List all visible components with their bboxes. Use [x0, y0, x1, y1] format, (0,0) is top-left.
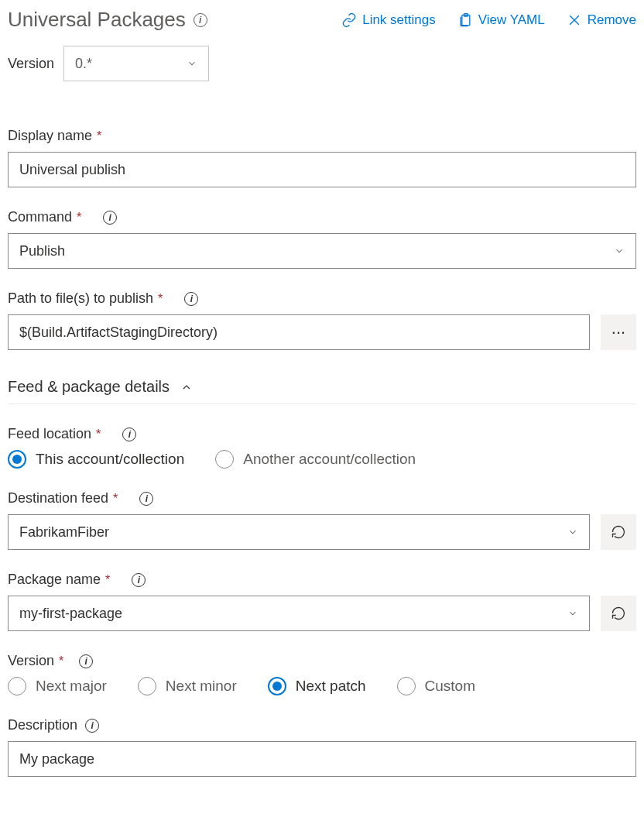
info-icon[interactable]: i [103, 211, 117, 225]
command-field: Command * i Publish [8, 209, 636, 269]
destination-feed-select[interactable]: FabrikamFiber [8, 514, 590, 550]
info-icon[interactable]: i [122, 428, 136, 441]
version-label: Version [8, 653, 54, 669]
required-indicator: * [158, 292, 163, 306]
command-select[interactable]: Publish [8, 233, 636, 269]
description-label: Description [8, 717, 77, 733]
feed-location-radio-another[interactable]: Another account/collection [215, 450, 416, 469]
remove-button[interactable]: Remove [567, 12, 636, 28]
version-label: Version [8, 56, 54, 72]
path-input[interactable] [8, 314, 590, 350]
required-indicator: * [113, 492, 118, 506]
ellipsis-icon: ··· [611, 322, 625, 342]
feed-location-field: Feed location * i This account/collectio… [8, 426, 636, 469]
task-header: Universal Packages i Link settings View … [8, 8, 636, 32]
refresh-button[interactable] [601, 514, 636, 550]
info-icon[interactable]: i [139, 492, 153, 506]
version-select[interactable]: 0.* [63, 46, 209, 81]
display-name-field: Display name * [8, 128, 636, 187]
radio-label: Another account/collection [243, 451, 416, 468]
radio-label: Next patch [296, 678, 366, 695]
chevron-down-icon [187, 58, 197, 69]
version-radio-minor[interactable]: Next minor [138, 677, 237, 695]
display-name-input[interactable] [8, 152, 636, 187]
view-yaml-button[interactable]: View YAML [457, 12, 545, 28]
description-input[interactable] [8, 741, 636, 777]
refresh-icon [611, 606, 626, 621]
info-icon[interactable]: i [85, 719, 99, 733]
close-icon [567, 12, 582, 28]
clipboard-icon [457, 12, 473, 28]
radio-label: Custom [425, 678, 475, 695]
browse-button[interactable]: ··· [601, 314, 636, 350]
version-row: Version 0.* [8, 46, 636, 81]
destination-feed-field: Destination feed * i FabrikamFiber [8, 490, 636, 550]
radio-icon [8, 450, 26, 469]
remove-label: Remove [587, 12, 636, 28]
required-indicator: * [105, 573, 110, 587]
info-icon[interactable]: i [132, 573, 146, 587]
info-icon[interactable]: i [184, 292, 198, 306]
link-settings-label: Link settings [362, 12, 436, 28]
radio-icon [138, 677, 156, 695]
required-indicator: * [96, 428, 101, 441]
destination-feed-label: Destination feed [8, 490, 108, 506]
required-indicator: * [59, 654, 63, 668]
radio-icon [397, 677, 416, 695]
path-label: Path to file(s) to publish [8, 290, 153, 307]
version-select-value: 0.* [75, 56, 92, 72]
required-indicator: * [77, 211, 81, 225]
package-name-select[interactable]: my-first-package [8, 596, 590, 631]
display-name-label: Display name [8, 128, 92, 144]
chevron-down-icon [567, 527, 578, 537]
section-title: Feed & package details [8, 378, 170, 396]
radio-icon [215, 450, 234, 469]
radio-icon [8, 677, 26, 695]
package-name-value: my-first-package [19, 606, 122, 622]
radio-label: Next major [36, 678, 107, 695]
destination-feed-value: FabrikamFiber [19, 524, 109, 541]
description-field: Description i [8, 717, 636, 777]
version-radio-major[interactable]: Next major [8, 677, 107, 695]
path-field: Path to file(s) to publish * i ··· [8, 290, 636, 350]
header-actions: Link settings View YAML Remove [341, 12, 636, 28]
task-title: Universal Packages [8, 8, 186, 32]
link-icon [341, 12, 357, 28]
version-field: Version * i Next major Next minor Next p… [8, 653, 636, 695]
version-radio-custom[interactable]: Custom [397, 677, 475, 695]
command-select-value: Publish [19, 243, 65, 259]
feed-location-label: Feed location [8, 426, 91, 442]
package-name-label: Package name [8, 572, 101, 588]
info-icon[interactable]: i [79, 654, 93, 668]
command-label: Command [8, 209, 72, 225]
link-settings-button[interactable]: Link settings [341, 12, 436, 28]
radio-label: This account/collection [36, 451, 184, 468]
required-indicator: * [97, 129, 101, 143]
version-radio-patch[interactable]: Next patch [268, 677, 366, 695]
refresh-button[interactable] [601, 596, 636, 631]
refresh-icon [611, 524, 626, 540]
radio-label: Next minor [166, 678, 237, 695]
radio-icon [268, 677, 286, 695]
feed-location-radio-this[interactable]: This account/collection [8, 450, 184, 469]
chevron-down-icon [614, 246, 625, 256]
package-name-field: Package name * i my-first-package [8, 572, 636, 631]
feed-section-header[interactable]: Feed & package details [8, 372, 636, 404]
view-yaml-label: View YAML [478, 12, 545, 28]
chevron-up-icon [180, 381, 193, 393]
chevron-down-icon [567, 608, 578, 619]
info-icon[interactable]: i [194, 13, 207, 27]
